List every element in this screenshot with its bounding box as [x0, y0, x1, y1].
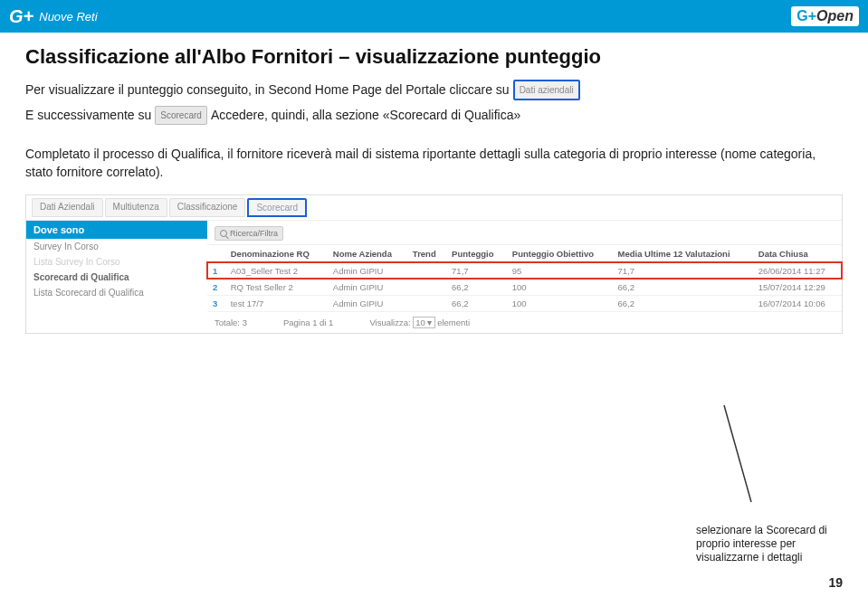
app-screenshot: Dati Aziendali Multiutenza Classificazio… [25, 194, 843, 334]
page-title: Classificazione all'Albo Fornitori – vis… [25, 45, 843, 69]
footer-pagina: Pagina 1 di 1 [283, 317, 333, 327]
right-toolbar: Ricerca/Filtra [207, 221, 842, 245]
table-row[interactable]: 2 RQ Test Seller 2 Admin GIPIU 66,2 100 … [207, 279, 842, 295]
cell-trend [407, 262, 446, 279]
col-media: Media Ultime 12 Valutazioni [613, 245, 753, 263]
tab-multiutenza[interactable]: Multiutenza [105, 198, 167, 217]
col-punteggio-obiettivo: Punteggio Obiettivo [507, 245, 613, 263]
tabs-row: Dati Aziendali Multiutenza Classificazio… [26, 195, 842, 221]
cell-po: 95 [507, 262, 613, 279]
sidebar-item-lista-survey[interactable]: Lista Survey In Corso [26, 254, 207, 270]
sidebar-item-lista-scorecard[interactable]: Lista Scorecard di Qualifica [26, 285, 207, 300]
dati-aziendali-button[interactable]: Dati aziendali [513, 80, 580, 100]
logo-g-plus: G+ [9, 6, 33, 27]
logo-nuove-reti: Nuove Reti [39, 10, 97, 24]
cell-punteggio: 71,7 [446, 262, 507, 279]
intro-line1: Per visualizzare il punteggio conseguito… [25, 81, 510, 100]
callout-text: selezionare la Scorecard di proprio inte… [696, 524, 832, 564]
cell-trend [407, 279, 446, 295]
logo-right-open: Open [816, 8, 854, 24]
tab-dati-aziendali[interactable]: Dati Aziendali [32, 198, 103, 217]
footer-vis-label: Visualizza: [369, 317, 410, 327]
cell-dc: 26/06/2014 11:27 [753, 262, 842, 279]
paragraph-completion: Completato il processo di Qualifica, il … [25, 145, 843, 182]
logo-right-g: G+ [796, 8, 816, 24]
col-data-chiusa: Data Chiusa [753, 245, 842, 263]
cell-den: A03_Seller Test 2 [225, 262, 328, 279]
cell-az: Admin GIPIU [328, 279, 407, 295]
cell-media: 66,2 [613, 295, 753, 311]
sidebar-item-survey[interactable]: Survey In Corso [26, 239, 207, 254]
cell-index: 1 [207, 262, 225, 279]
search-filter-button[interactable]: Ricerca/Filtra [215, 226, 283, 241]
cell-index: 3 [207, 295, 225, 311]
footer-totale: Totale: 3 [215, 317, 247, 327]
col-index [207, 245, 225, 263]
footer-vis-suffix: elementi [437, 317, 470, 327]
cell-az: Admin GIPIU [328, 295, 407, 311]
header-bar: G+ Nuove Reti G+ Open [0, 0, 868, 33]
tab-classificazione[interactable]: Classificazione [169, 198, 246, 217]
intro-line2b: Accedere, quindi, alla sezione «Scorecar… [211, 106, 520, 125]
table-footer: Totale: 3 Pagina 1 di 1 Visualizza: 10 ▾… [207, 312, 842, 333]
table-row[interactable]: 1 A03_Seller Test 2 Admin GIPIU 71,7 95 … [207, 262, 842, 279]
page-number: 19 [828, 575, 843, 590]
cell-po: 100 [507, 295, 613, 311]
intro-line2a: E successivamente su [25, 106, 151, 125]
cell-media: 71,7 [613, 262, 753, 279]
cell-dc: 16/07/2014 10:06 [753, 295, 842, 311]
col-nome-azienda: Nome Azienda [328, 245, 407, 263]
cell-index: 2 [207, 279, 225, 295]
cell-punteggio: 66,2 [446, 279, 507, 295]
col-denominazione: Denominazione RQ [225, 245, 328, 263]
right-panel: Ricerca/Filtra Denominazione RQ Nome Azi… [207, 221, 842, 333]
scorecard-table: Denominazione RQ Nome Azienda Trend Punt… [207, 245, 842, 312]
page-size-select[interactable]: 10 ▾ [413, 317, 434, 328]
col-trend: Trend [407, 245, 446, 263]
sidebar-item-scorecard-qualifica[interactable]: Scorecard di Qualifica [26, 270, 207, 285]
logo-right: G+ Open [791, 6, 859, 26]
cell-po: 100 [507, 279, 613, 295]
cell-dc: 15/07/2014 12:29 [753, 279, 842, 295]
search-icon [220, 230, 227, 237]
cell-media: 66,2 [613, 279, 753, 295]
tab-scorecard[interactable]: Scorecard [247, 198, 307, 217]
cell-trend [407, 295, 446, 311]
logo-left: G+ Nuove Reti [9, 6, 98, 27]
left-panel: Dove sono Survey In Corso Lista Survey I… [26, 221, 207, 333]
svg-line-0 [724, 405, 751, 502]
search-filter-label: Ricerca/Filtra [230, 229, 278, 238]
cell-den: test 17/7 [225, 295, 328, 311]
cell-punteggio: 66,2 [446, 295, 507, 311]
cell-den: RQ Test Seller 2 [225, 279, 328, 295]
cell-az: Admin GIPIU [328, 262, 407, 279]
scorecard-button[interactable]: Scorecard [155, 106, 207, 125]
col-punteggio: Punteggio [446, 245, 507, 263]
left-panel-header: Dove sono [26, 221, 207, 239]
table-row[interactable]: 3 test 17/7 Admin GIPIU 66,2 100 66,2 16… [207, 295, 842, 311]
